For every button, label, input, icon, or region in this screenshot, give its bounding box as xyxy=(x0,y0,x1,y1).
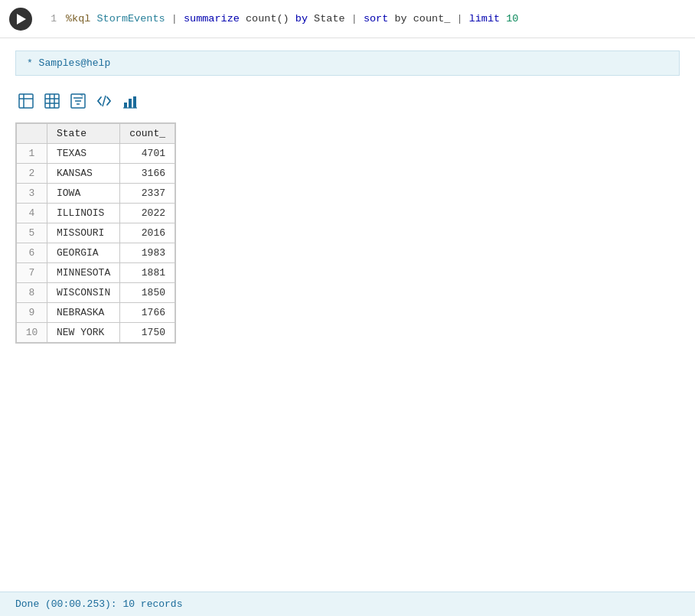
svg-rect-0 xyxy=(19,94,33,108)
svg-rect-15 xyxy=(129,99,132,108)
cell-count: 1750 xyxy=(120,323,175,343)
cell-count: 4701 xyxy=(120,144,175,164)
cell-count: 2022 xyxy=(120,204,175,223)
limit-value: 10 xyxy=(500,13,518,24)
table-row: 7MINNESOTA1881 xyxy=(17,263,175,283)
cell-index: 8 xyxy=(17,283,47,303)
run-button[interactable] xyxy=(9,8,32,31)
cell-index: 4 xyxy=(17,204,47,223)
cell-state: WISCONSIN xyxy=(47,283,120,303)
pipe-3: | xyxy=(450,13,468,24)
cell-count: 3166 xyxy=(120,164,175,184)
toolbar xyxy=(0,85,695,119)
info-bar: * Samples@help xyxy=(15,51,680,76)
query-bar: 1 %kql StormEvents | summarize count() b… xyxy=(0,0,695,38)
status-text: Done (00:00.253): 10 records xyxy=(15,598,182,610)
limit-keyword: limit xyxy=(469,13,501,24)
col-header-state: State xyxy=(47,124,120,144)
svg-marker-12 xyxy=(80,94,83,97)
pipe-1: | xyxy=(165,13,184,24)
results-table: State count_ 1TEXAS47012KANSAS31663IOWA2… xyxy=(16,123,175,343)
table-row: 2KANSAS3166 xyxy=(17,164,175,184)
col-header-count: count_ xyxy=(120,124,175,144)
cell-state: IOWA xyxy=(47,184,120,204)
cell-state: TEXAS xyxy=(47,144,120,164)
cell-state: NEW YORK xyxy=(47,323,120,343)
svg-rect-14 xyxy=(124,103,127,108)
state-col: State xyxy=(308,13,345,24)
cell-index: 7 xyxy=(17,263,47,283)
table-row: 1TEXAS4701 xyxy=(17,144,175,164)
cell-index: 1 xyxy=(17,144,47,164)
table-name: StormEvents xyxy=(97,13,165,24)
table-row: 6GEORGIA1983 xyxy=(17,243,175,263)
status-bar: Done (00:00.253): 10 records xyxy=(0,592,695,616)
cell-index: 6 xyxy=(17,243,47,263)
col-header-index xyxy=(17,124,47,144)
sort-by: by count_ xyxy=(388,13,450,24)
cell-index: 9 xyxy=(17,303,47,323)
query-text: %kql StormEvents | summarize count() by … xyxy=(66,13,518,24)
results-table-container: State count_ 1TEXAS47012KANSAS31663IOWA2… xyxy=(15,122,176,344)
pipe-2: | xyxy=(345,13,364,24)
svg-line-13 xyxy=(103,96,106,106)
run-icon xyxy=(17,14,26,24)
grid-view-icon[interactable] xyxy=(41,91,63,115)
samples-link[interactable]: * Samples@help xyxy=(27,57,110,69)
cell-count: 1766 xyxy=(120,303,175,323)
table-row: 9NEBRASKA1766 xyxy=(17,303,175,323)
cell-state: GEORGIA xyxy=(47,243,120,263)
code-view-icon[interactable] xyxy=(93,91,115,115)
svg-rect-16 xyxy=(133,96,136,108)
table-view-icon[interactable] xyxy=(15,91,37,115)
cell-count: 1983 xyxy=(120,243,175,263)
cell-index: 10 xyxy=(17,323,47,343)
cell-state: MISSOURI xyxy=(47,223,120,243)
cell-state: MINNESOTA xyxy=(47,263,120,283)
chart-view-icon[interactable] xyxy=(119,91,141,115)
table-row: 5MISSOURI2016 xyxy=(17,223,175,243)
cell-state: ILLINOIS xyxy=(47,204,120,223)
cell-count: 2337 xyxy=(120,184,175,204)
summarize-keyword: summarize xyxy=(184,13,240,24)
cell-index: 3 xyxy=(17,184,47,204)
cell-count: 1881 xyxy=(120,263,175,283)
kql-prefix: %kql xyxy=(66,13,97,24)
table-row: 8WISCONSIN1850 xyxy=(17,283,175,303)
count-func: count() xyxy=(240,13,295,24)
cell-count: 2016 xyxy=(120,223,175,243)
cell-state: NEBRASKA xyxy=(47,303,120,323)
svg-rect-3 xyxy=(45,94,59,108)
table-row: 10NEW YORK1750 xyxy=(17,323,175,343)
line-number: 1 xyxy=(41,13,57,24)
sort-keyword: sort xyxy=(364,13,388,24)
cell-index: 5 xyxy=(17,223,47,243)
table-row: 3IOWA2337 xyxy=(17,184,175,204)
table-header-row: State count_ xyxy=(17,124,175,144)
cell-index: 2 xyxy=(17,164,47,184)
cell-state: KANSAS xyxy=(47,164,120,184)
by-keyword: by xyxy=(295,13,308,24)
table-row: 4ILLINOIS2022 xyxy=(17,204,175,223)
cell-count: 1850 xyxy=(120,283,175,303)
filter-view-icon[interactable] xyxy=(67,91,89,115)
